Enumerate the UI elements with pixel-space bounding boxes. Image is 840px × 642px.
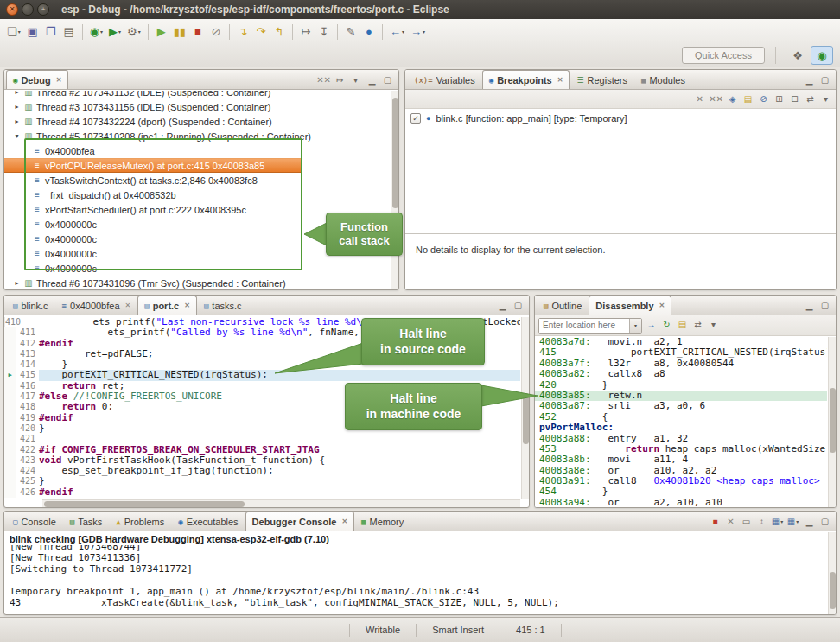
- editor-tab-port-c[interactable]: ▤port.c✕: [137, 296, 197, 315]
- drop-to-frame-button[interactable]: ↧: [315, 22, 333, 41]
- connect-process-icon[interactable]: ↦: [333, 73, 347, 87]
- editor-line[interactable]: 424 esp_set_breakpoint_if_jtag(function)…: [4, 466, 520, 476]
- console-output[interactable]: [New Thread 1073468744][New Thread 10734…: [4, 545, 836, 614]
- expand-twisty-icon[interactable]: ▸: [11, 118, 22, 125]
- close-tab-icon[interactable]: ✕: [125, 302, 131, 309]
- editor-tab-blink-c[interactable]: ▤blink.c: [6, 296, 55, 315]
- scrollbar-thumb[interactable]: [44, 501, 245, 507]
- maximize-view-button[interactable]: ▢: [380, 73, 395, 87]
- disassembly-line[interactable]: 40083a94: or a2, a10, a10: [535, 498, 827, 507]
- stack-frame-row[interactable]: ≡vPortCPUReleaseMutex() at port.c:415 0x…: [4, 158, 302, 173]
- maximize-view-button[interactable]: ▢: [818, 298, 832, 313]
- minimize-view-button[interactable]: ▁: [495, 298, 510, 313]
- view-tab-debug[interactable]: ◉Debug✕: [6, 70, 68, 89]
- show-source-icon[interactable]: ▤: [675, 317, 690, 332]
- terminate-launch-icon[interactable]: ■: [708, 514, 722, 529]
- view-menu-icon[interactable]: ▾: [706, 317, 721, 332]
- maximize-view-button[interactable]: ▢: [511, 298, 525, 313]
- step-into-button[interactable]: ↴: [234, 22, 251, 41]
- minimize-view-button[interactable]: ▁: [802, 73, 817, 87]
- breakpoint-row[interactable]: ✓ ● blink.c [function: app_main] [type: …: [405, 109, 836, 128]
- remove-all-breakpoints-icon[interactable]: ✕✕: [708, 92, 724, 106]
- debug-thread-row[interactable]: ▸▥Thread #4 1073432224 (dport) (Suspende…: [4, 114, 390, 129]
- view-tab-executables[interactable]: ◉Executables: [171, 512, 245, 531]
- view-tab-tasks[interactable]: ▤Tasks: [63, 512, 110, 531]
- console-scrollbar[interactable]: [828, 532, 836, 614]
- save-button[interactable]: ▣: [24, 22, 41, 41]
- debug-perspective-button[interactable]: ◉: [811, 46, 833, 65]
- track-expression-icon[interactable]: ⇄: [690, 317, 705, 332]
- close-tab-icon[interactable]: ✕: [56, 76, 62, 84]
- open-console-icon[interactable]: ▦▾: [786, 514, 800, 529]
- collapse-all-icon[interactable]: ⊟: [787, 92, 802, 106]
- editor-horizontal-scrollbar[interactable]: [42, 499, 520, 507]
- suspend-button[interactable]: ▮▮: [171, 22, 188, 41]
- disassembly-location-input[interactable]: [539, 319, 629, 333]
- close-tab-icon[interactable]: ✕: [184, 302, 190, 309]
- remove-all-terminated-icon[interactable]: ✕✕: [315, 73, 332, 87]
- view-tab-registers[interactable]: ☰Registers: [570, 70, 634, 89]
- disassembly-scrollbar[interactable]: [828, 337, 836, 507]
- minimize-view-button[interactable]: ▁: [365, 73, 379, 87]
- instruction-stepping-button[interactable]: ↦: [297, 22, 315, 41]
- view-tab-disassembly[interactable]: Disassembly✕: [589, 296, 671, 315]
- display-selected-console-icon[interactable]: ▦▾: [770, 514, 785, 529]
- window-maximize-button[interactable]: +: [37, 3, 49, 16]
- quick-access-box[interactable]: Quick Access: [682, 47, 765, 64]
- step-return-button[interactable]: ↰: [270, 22, 288, 41]
- maximize-view-button[interactable]: ▢: [818, 514, 832, 529]
- open-perspective-button[interactable]: ❖: [786, 46, 809, 65]
- close-tab-icon[interactable]: ✕: [341, 518, 347, 525]
- view-tab-breakpoints[interactable]: ◉Breakpoints✕: [482, 70, 570, 89]
- back-history-button[interactable]: ←▾: [387, 22, 407, 41]
- disconnect-button[interactable]: ⊘: [207, 22, 225, 41]
- view-tab-memory[interactable]: ▦Memory: [354, 512, 410, 531]
- minimize-view-button[interactable]: ▁: [802, 514, 817, 529]
- view-tab-variables[interactable]: (x)=Variables: [407, 70, 482, 89]
- close-tab-icon[interactable]: ✕: [659, 302, 665, 309]
- view-tab-debugger-console[interactable]: Debugger Console✕: [245, 512, 355, 531]
- window-close-button[interactable]: ✕: [6, 3, 18, 16]
- scrollbar-thumb[interactable]: [830, 572, 836, 610]
- debug-thread-row[interactable]: ▸▥Thread #6 1073431096 (Tmr Svc) (Suspen…: [4, 276, 390, 289]
- editor-tab-tasks-c[interactable]: ▤tasks.c: [197, 296, 249, 315]
- remove-launch-icon[interactable]: ✕: [723, 514, 738, 529]
- stack-frame-row[interactable]: ≡0x4000000c: [4, 261, 390, 276]
- view-tab-console[interactable]: ▢Console: [6, 512, 63, 531]
- editor-tab-0x4000bfea[interactable]: ≡0x4000bfea✕: [55, 296, 138, 315]
- view-tab-outline[interactable]: ▤Outline: [537, 296, 589, 315]
- terminate-button[interactable]: ■: [189, 22, 207, 41]
- run-button[interactable]: ▶▾: [106, 22, 124, 41]
- window-minimize-button[interactable]: –: [22, 3, 34, 16]
- remove-breakpoint-icon[interactable]: ✕: [692, 92, 707, 106]
- expand-twisty-icon[interactable]: ▸: [11, 279, 22, 287]
- view-tab-problems[interactable]: ▲Problems: [109, 512, 171, 531]
- stack-frame-row[interactable]: ≡vTaskSwitchContext() at tasks.c:2,846 0…: [4, 173, 390, 188]
- external-tools-button[interactable]: ⚙▾: [124, 22, 143, 41]
- collapse-twisty-icon[interactable]: ▾: [11, 132, 22, 140]
- scroll-lock-icon[interactable]: ↕: [754, 514, 769, 529]
- forward-history-button[interactable]: →▾: [408, 22, 428, 41]
- expand-twisty-icon[interactable]: ▸: [11, 103, 22, 111]
- debug-thread-row[interactable]: ▸▥Thread #2 1073431132 (IDLE) (Suspended…: [4, 91, 390, 99]
- maximize-view-button[interactable]: ▢: [818, 73, 832, 87]
- view-menu-icon[interactable]: ▾: [818, 92, 833, 106]
- debug-thread-row[interactable]: ▾▥Thread #5 1073410208 (ipc1 : Running) …: [4, 129, 390, 143]
- link-with-debug-view-icon[interactable]: ⇄: [803, 92, 818, 106]
- editor-line[interactable]: 425}: [4, 476, 520, 486]
- new-wizard-button[interactable]: ❏▾: [4, 22, 23, 41]
- expand-twisty-icon[interactable]: ▸: [11, 91, 22, 96]
- view-menu-icon[interactable]: ▾: [348, 73, 363, 87]
- editor-vertical-scrollbar[interactable]: [521, 317, 529, 499]
- view-tab-modules[interactable]: ▦Modules: [634, 70, 692, 89]
- toggle-breakpoint-button[interactable]: ●: [360, 22, 378, 41]
- disassembly-code-area[interactable]: 40083a7d: movi.n a2, 1415 portEXIT_CRITI…: [535, 337, 827, 507]
- skip-all-breakpoints-icon[interactable]: ⊘: [756, 92, 771, 106]
- debug-button[interactable]: ◉▾: [87, 22, 105, 41]
- close-tab-icon[interactable]: ✕: [557, 76, 563, 84]
- scrollbar-thumb[interactable]: [830, 388, 836, 453]
- resume-button[interactable]: ▶: [153, 22, 170, 41]
- scrollbar-thumb[interactable]: [523, 393, 529, 444]
- goto-pc-icon[interactable]: →: [644, 317, 659, 332]
- breakpoint-checkbox[interactable]: ✓: [410, 113, 421, 124]
